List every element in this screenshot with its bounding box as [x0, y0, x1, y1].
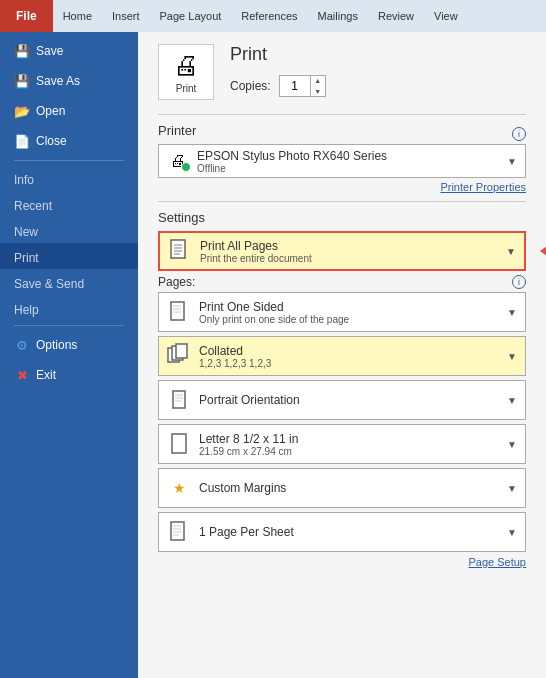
per-sheet-dropdown[interactable]: 1 Page Per Sheet ▼ — [158, 512, 526, 552]
online-badge — [181, 162, 191, 172]
pages-label: Pages: — [158, 275, 195, 289]
print-button[interactable]: 🖨 Print — [158, 44, 214, 100]
collated-secondary: 1,2,3 1,2,3 1,2,3 — [199, 358, 499, 369]
pages-info-icon[interactable]: i — [512, 275, 526, 289]
per-sheet-arrow: ▼ — [507, 527, 517, 538]
print-button-label: Print — [176, 83, 197, 94]
tab-home[interactable]: Home — [53, 0, 102, 32]
sidebar-item-save-as[interactable]: 💾 Save As — [0, 66, 138, 96]
one-sided-primary: Print One Sided — [199, 300, 499, 314]
svg-rect-16 — [172, 434, 186, 453]
copies-spinner: ▲ ▼ — [310, 75, 325, 97]
tab-mailings[interactable]: Mailings — [308, 0, 368, 32]
print-all-pages-dropdown[interactable]: Print All Pages Print the entire documen… — [158, 231, 526, 271]
one-sided-dropdown[interactable]: Print One Sided Only print on one side o… — [158, 292, 526, 332]
margins-dropdown[interactable]: ★ Custom Margins ▼ — [158, 468, 526, 508]
ribbon: File Home Insert Page Layout References … — [0, 0, 546, 32]
all-pages-secondary: Print the entire document — [200, 253, 498, 264]
one-sided-text: Print One Sided Only print on one side o… — [199, 300, 499, 325]
orientation-dropdown[interactable]: Portrait Orientation ▼ — [158, 380, 526, 420]
print-copies-section: Print Copies: 1 ▲ ▼ — [230, 44, 326, 97]
svg-rect-11 — [176, 344, 187, 358]
main-layout: 💾 Save 💾 Save As 📂 Open 📄 Close Info Rec… — [0, 32, 546, 678]
close-file-icon: 📄 — [14, 133, 30, 149]
paper-size-arrow: ▼ — [507, 439, 517, 450]
orientation-icon — [167, 386, 191, 414]
sidebar-item-exit[interactable]: ✖ Exit — [0, 360, 138, 390]
print-header: 🖨 Print Print Copies: 1 ▲ ▼ — [158, 44, 526, 100]
tab-view[interactable]: View — [424, 0, 468, 32]
sidebar-item-help[interactable]: Help — [0, 295, 138, 321]
tab-references[interactable]: References — [231, 0, 307, 32]
copies-increment[interactable]: ▲ — [311, 75, 325, 86]
printer-status: Offline — [197, 163, 499, 174]
sidebar-divider-1 — [14, 160, 124, 161]
collated-primary: Collated — [199, 344, 499, 358]
sidebar-item-save-send[interactable]: Save & Send — [0, 269, 138, 295]
printer-name: EPSON Stylus Photo RX640 Series — [197, 149, 499, 163]
collated-dropdown[interactable]: Collated 1,2,3 1,2,3 1,2,3 ▼ — [158, 336, 526, 376]
star-icon: ★ — [173, 480, 186, 496]
all-pages-icon — [168, 237, 192, 265]
settings-title: Settings — [158, 210, 526, 225]
printer-info: EPSON Stylus Photo RX640 Series Offline — [197, 149, 499, 174]
tab-insert[interactable]: Insert — [102, 0, 150, 32]
sidebar-divider-2 — [14, 325, 124, 326]
margins-text: Custom Margins — [199, 481, 499, 495]
copies-row: Copies: 1 ▲ ▼ — [230, 75, 326, 97]
collated-icon — [167, 342, 191, 370]
sidebar-item-recent[interactable]: Recent — [0, 191, 138, 217]
printer-dropdown[interactable]: 🖨 EPSON Stylus Photo RX640 Series Offlin… — [158, 144, 526, 178]
paper-size-text: Letter 8 1/2 x 11 in 21.59 cm x 27.94 cm — [199, 432, 499, 457]
sidebar-item-new[interactable]: New — [0, 217, 138, 243]
content-area: 🖨 Print Print Copies: 1 ▲ ▼ — [138, 32, 546, 678]
printer-properties-link[interactable]: Printer Properties — [158, 181, 526, 193]
orientation-arrow: ▼ — [507, 395, 517, 406]
open-icon: 📂 — [14, 103, 30, 119]
svg-rect-12 — [173, 391, 185, 408]
separator-2 — [158, 201, 526, 202]
printer-icon: 🖨 — [173, 50, 199, 81]
svg-rect-5 — [171, 302, 184, 320]
sidebar: 💾 Save 💾 Save As 📂 Open 📄 Close Info Rec… — [0, 32, 138, 678]
page-setup-link[interactable]: Page Setup — [158, 556, 526, 568]
ribbon-tabs-right: Home Insert Page Layout References Maili… — [53, 0, 546, 32]
sidebar-item-info[interactable]: Info — [0, 165, 138, 191]
tab-page-layout[interactable]: Page Layout — [150, 0, 232, 32]
options-icon: ⚙ — [14, 337, 30, 353]
margins-icon: ★ — [167, 474, 191, 502]
printer-dropdown-arrow: ▼ — [507, 156, 517, 167]
print-all-pages-container: Print All Pages Print the entire documen… — [158, 231, 526, 271]
sidebar-item-save[interactable]: 💾 Save — [0, 36, 138, 66]
copies-input[interactable]: 1 — [280, 79, 310, 93]
save-as-icon: 💾 — [14, 73, 30, 89]
orientation-primary: Portrait Orientation — [199, 393, 499, 407]
sidebar-item-open[interactable]: 📂 Open — [0, 96, 138, 126]
separator-1 — [158, 114, 526, 115]
save-icon: 💾 — [14, 43, 30, 59]
one-sided-arrow: ▼ — [507, 307, 517, 318]
svg-rect-17 — [171, 522, 184, 540]
red-arrow-indicator — [540, 241, 546, 261]
margins-primary: Custom Margins — [199, 481, 499, 495]
collated-arrow: ▼ — [507, 351, 517, 362]
sidebar-item-print[interactable]: Print — [0, 243, 138, 269]
sidebar-item-close[interactable]: 📄 Close — [0, 126, 138, 156]
one-sided-secondary: Only print on one side of the page — [199, 314, 499, 325]
tab-file[interactable]: File — [0, 0, 53, 32]
paper-size-icon — [167, 430, 191, 458]
collated-text: Collated 1,2,3 1,2,3 1,2,3 — [199, 344, 499, 369]
tab-review[interactable]: Review — [368, 0, 424, 32]
per-sheet-primary: 1 Page Per Sheet — [199, 525, 499, 539]
paper-size-dropdown[interactable]: Letter 8 1/2 x 11 in 21.59 cm x 27.94 cm… — [158, 424, 526, 464]
copies-input-group: 1 ▲ ▼ — [279, 75, 326, 97]
orientation-text: Portrait Orientation — [199, 393, 499, 407]
all-pages-primary: Print All Pages — [200, 239, 498, 253]
one-sided-icon — [167, 298, 191, 326]
printer-info-icon[interactable]: i — [512, 127, 526, 141]
printer-section-title: Printer — [158, 123, 196, 138]
copies-label: Copies: — [230, 79, 271, 93]
copies-decrement[interactable]: ▼ — [311, 86, 325, 97]
sidebar-item-options[interactable]: ⚙ Options — [0, 330, 138, 360]
printer-device-icon: 🖨 — [167, 150, 189, 172]
